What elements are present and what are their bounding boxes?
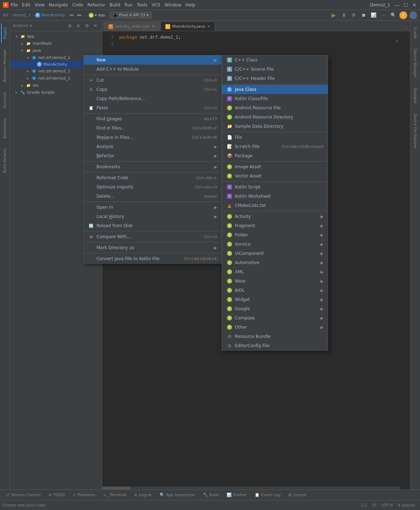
menu-item-replace-files[interactable]: Replace in Files... Ctrl+Shift+R xyxy=(84,133,221,142)
menu-item-android-resource[interactable]: A Android Resource File xyxy=(222,103,328,113)
status-indent[interactable]: 4 spaces xyxy=(396,503,418,508)
menu-item-activity[interactable]: A Activity ▶ xyxy=(222,212,328,221)
menu-item-find-files[interactable]: Find in Files... Ctrl+Shift+F xyxy=(84,124,221,133)
menu-item-cpp-source[interactable]: c C/C++ Source File xyxy=(222,65,328,74)
menu-item-local-history[interactable]: Local History ▶ xyxy=(84,212,221,221)
tree-item-app[interactable]: ▾ 📁 app xyxy=(10,33,102,40)
java-tab-close[interactable]: ✕ xyxy=(207,24,210,29)
menu-item-delete[interactable]: Delete... Delete xyxy=(84,192,221,201)
menu-item-package[interactable]: 📦 Package xyxy=(222,151,328,160)
menu-item-scratch[interactable]: 📝 Scratch File Ctrl+Alt+Shift+Insert xyxy=(222,142,328,151)
status-line-ending[interactable]: LF xyxy=(370,503,378,508)
menu-item-cpp-class[interactable]: C C++ Class xyxy=(222,55,328,65)
menu-item-editorconfig[interactable]: ⚙ EditorConfig File xyxy=(222,341,328,350)
menu-view[interactable]: View xyxy=(34,2,44,7)
collapse-icon[interactable]: ≡ xyxy=(75,22,82,29)
tab-mainactivity-java[interactable]: C MainActivity.java ✕ xyxy=(161,22,215,31)
close-panel-icon[interactable]: ✕ xyxy=(92,22,99,29)
tab-gradle[interactable]: Gradle xyxy=(412,23,419,42)
tab-emulator[interactable]: Emulator xyxy=(412,84,419,107)
menu-item-vector-asset[interactable]: A Vector Asset xyxy=(222,171,328,181)
menu-item-reformat[interactable]: Reformat Code Ctrl+Alt+L xyxy=(84,173,221,182)
tab-project[interactable]: Project xyxy=(1,23,9,43)
sync-button[interactable]: ⟳ xyxy=(350,11,358,19)
menu-run[interactable]: Run xyxy=(125,2,133,7)
menu-window[interactable]: Window xyxy=(165,2,181,7)
tab-build-variants[interactable]: Build Variants xyxy=(1,145,8,176)
breadcrumb-mainactivity[interactable]: C MainActivity xyxy=(35,13,65,18)
menu-item-fragment[interactable]: A Fragment ▶ xyxy=(222,221,328,230)
bottom-tab-layout[interactable]: ⊞ Layout xyxy=(285,491,310,499)
menu-item-kotlin-worksheet[interactable]: K Kotlin Worksheet xyxy=(222,192,328,201)
profile-button[interactable]: 📊 xyxy=(370,11,377,19)
tab-structure[interactable]: Structure xyxy=(1,88,8,112)
more-run-options[interactable]: ⋯ xyxy=(380,11,387,19)
bottom-tab-event-log[interactable]: 📋 Event Log xyxy=(251,491,284,499)
tab-resource-manager[interactable]: Resource Manager xyxy=(1,45,8,86)
menu-item-mark-dir[interactable]: Mark Directory as ▶ xyxy=(84,243,221,252)
device-selector[interactable]: 📱 Pixel 4 API 33 ▾ xyxy=(110,12,152,18)
tree-item-manifests[interactable]: ▸ 📁 manifests xyxy=(10,40,102,47)
menu-item-open-in[interactable]: Open In ▶ xyxy=(84,203,221,212)
menu-item-copy-path[interactable]: Copy Path/Reference... xyxy=(84,94,221,103)
tab-activity-main-xml[interactable]: X activity_main.xml ✕ xyxy=(104,22,160,31)
menu-item-other[interactable]: A Other ▶ xyxy=(222,323,328,332)
xml-tab-close[interactable]: ✕ xyxy=(152,24,155,29)
menu-refactor[interactable]: Refactor xyxy=(87,2,105,7)
navigate-forward[interactable]: ⬅ xyxy=(77,12,82,18)
menu-file[interactable]: File xyxy=(11,2,18,7)
menu-tools[interactable]: Tools xyxy=(137,2,148,7)
menu-edit[interactable]: Edit xyxy=(22,2,30,7)
status-position[interactable]: 1:1 xyxy=(359,503,369,508)
menu-item-reload[interactable]: 🔄 Reload from Disk xyxy=(84,221,221,230)
bottom-tab-version-control[interactable]: ⎇ Version Control xyxy=(1,491,44,499)
editor-scrollbar[interactable] xyxy=(102,487,400,489)
app-selector[interactable]: ▲ ▾ app xyxy=(89,13,105,18)
minimize-button[interactable]: — xyxy=(394,2,400,8)
menu-item-add-cpp[interactable]: Add C++ to Module xyxy=(84,65,221,74)
menu-item-wear[interactable]: A Wear ▶ xyxy=(222,276,328,286)
tab-bookmarks[interactable]: Bookmarks xyxy=(1,115,8,142)
menu-item-find-usages[interactable]: Find Usages Alt+F7 xyxy=(84,114,221,124)
bottom-tab-terminal[interactable]: >_ Terminal xyxy=(100,491,130,499)
bottom-tab-todo[interactable]: ≡ TODO xyxy=(45,491,68,499)
menu-item-cut[interactable]: ✂ Cut Ctrl+X xyxy=(84,76,221,85)
navigate-back[interactable]: ⬅ xyxy=(69,12,74,18)
menu-item-kotlin-script[interactable]: K Kotlin Script xyxy=(222,182,328,192)
menu-item-google[interactable]: A Google ▶ xyxy=(222,304,328,313)
menu-vcs[interactable]: VCS xyxy=(151,2,160,7)
bottom-tab-profiler[interactable]: 📊 Profiler xyxy=(223,491,250,499)
menu-build[interactable]: Build xyxy=(110,2,120,7)
run-button[interactable]: ▶ xyxy=(330,11,338,19)
menu-item-folder[interactable]: A Folder ▶ xyxy=(222,230,328,240)
bottom-tab-build[interactable]: 🔨 Build xyxy=(199,491,223,499)
menu-item-cmake[interactable]: ▲ CMakeLists.txt xyxy=(222,201,328,210)
menu-item-paste[interactable]: 📋 Paste Ctrl+V xyxy=(84,103,221,113)
menu-item-optimize-imports[interactable]: Optimize Imports Ctrl+Alt+O xyxy=(84,182,221,192)
menu-item-cpp-header[interactable]: h C/C++ Header File xyxy=(222,74,328,83)
menu-item-refactor[interactable]: Refactor ▶ xyxy=(84,151,221,160)
close-button[interactable]: ✕ xyxy=(411,2,417,8)
menu-item-xml[interactable]: A XML ▶ xyxy=(222,267,328,276)
menu-item-kotlin-class[interactable]: K Kotlin Class/File xyxy=(222,94,328,103)
breadcrumb-drf[interactable]: drf xyxy=(3,13,8,17)
tab-more-button[interactable]: ⋯ xyxy=(400,26,410,31)
menu-item-sample-data[interactable]: 📁 Sample Data Directory xyxy=(222,122,328,131)
account-button[interactable]: 👤 xyxy=(409,11,417,19)
menu-item-java-class[interactable]: C Java Class xyxy=(222,85,328,94)
sync-panel-icon[interactable]: ⊕ xyxy=(66,22,73,29)
menu-item-compare[interactable]: ⇆ Compare With... Ctrl+D xyxy=(84,232,221,241)
breadcrumb-demo2-1[interactable]: demo2_1 xyxy=(13,13,31,17)
maximize-button[interactable]: ☐ xyxy=(403,2,409,8)
stop-button[interactable]: ⏹ xyxy=(360,11,368,19)
dropdown-icon[interactable]: ▾ xyxy=(30,23,32,28)
tab-device-file-explorer[interactable]: Device File Explorer xyxy=(412,110,419,152)
tab-device-manager[interactable]: Device Manager xyxy=(412,45,419,81)
menu-item-android-res-dir[interactable]: A Android Resource Directory xyxy=(222,113,328,122)
menu-item-bookmarks[interactable]: Bookmarks ▶ xyxy=(84,162,221,171)
menu-item-service[interactable]: A Service ▶ xyxy=(222,240,328,249)
bottom-tab-logcat[interactable]: ≡ Logcat xyxy=(131,491,155,499)
menu-item-uicomponent[interactable]: A UiComponent ▶ xyxy=(222,249,328,258)
menu-item-image-asset[interactable]: A Image Asset xyxy=(222,162,328,171)
bottom-tab-problems[interactable]: ⚠ Problems xyxy=(69,491,99,499)
